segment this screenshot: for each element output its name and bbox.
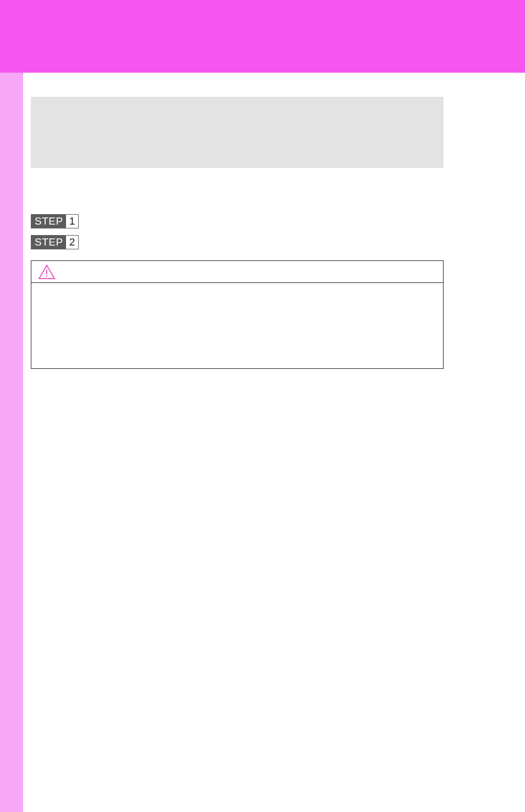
svg-rect-1 [46,275,47,277]
step-block: STEP 1 STEP 2 [31,214,444,249]
step-row-2: STEP 2 [31,235,444,249]
step-chip: STEP 2 [31,235,79,249]
caution-box [31,260,444,369]
step-word-label: STEP [31,215,65,228]
step-number: 2 [65,236,79,249]
sidebar [0,73,23,812]
caution-header [31,261,443,283]
step-number: 1 [65,215,79,228]
warning-icon [38,264,56,280]
step-row-1: STEP 1 [31,214,444,228]
page-body: STEP 1 STEP 2 [23,73,525,812]
info-banner [31,97,444,168]
step-word-label: STEP [31,236,65,249]
content-column: STEP 1 STEP 2 [31,97,444,369]
step-chip: STEP 1 [31,214,79,228]
header-corner [0,0,23,73]
header-band [0,0,525,73]
svg-rect-0 [46,270,47,274]
caution-body [31,283,443,368]
